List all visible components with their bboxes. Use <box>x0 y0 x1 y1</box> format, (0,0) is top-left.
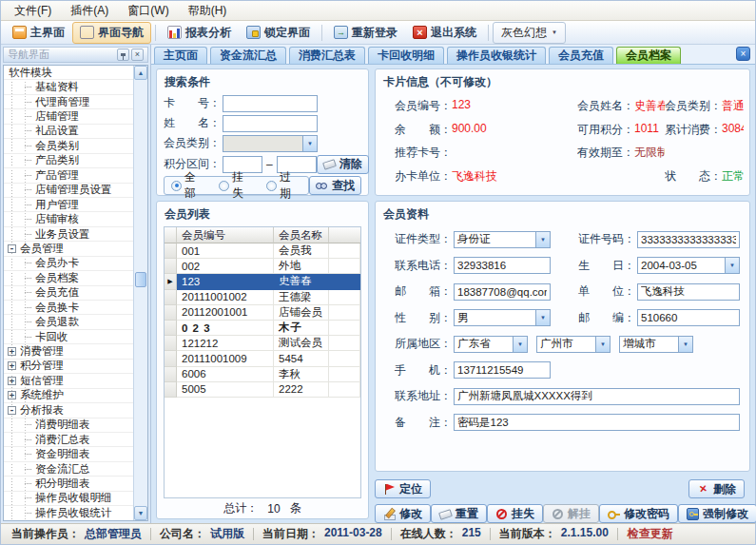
remark-input[interactable] <box>454 414 740 431</box>
sidebar-item-系统维护[interactable]: +系统维护 <box>4 389 133 403</box>
birthday-select[interactable]: 2004-03-05▼ <box>637 257 740 274</box>
region-0-select[interactable]: 广东省▼ <box>454 336 528 353</box>
tab-close-icon[interactable]: × <box>736 47 750 61</box>
sidebar-item-会员类别[interactable]: 会员类别 <box>4 139 133 153</box>
scroll-thumb[interactable] <box>135 272 146 287</box>
radio-过期[interactable]: 过期 <box>266 169 301 202</box>
expand-plus-icon[interactable]: + <box>8 391 16 399</box>
sidebar-item-消费汇总表[interactable]: 消费汇总表 <box>4 433 133 447</box>
table-row[interactable]: 201110010095454 <box>165 351 360 366</box>
scroll-down-icon[interactable]: ▼ <box>134 506 147 520</box>
modify-button[interactable]: 修改 <box>375 504 431 523</box>
toolbar-button-锁定界面[interactable]: 锁定界面 <box>239 22 318 44</box>
menu-item-1[interactable]: 插件(A) <box>61 0 118 22</box>
company-input[interactable] <box>637 283 740 301</box>
sidebar-item-资金明细表[interactable]: 资金明细表 <box>4 447 133 461</box>
table-row[interactable]: 20111001002王德梁 <box>165 290 360 305</box>
sidebar-item-店铺审核[interactable]: 店铺审核 <box>4 212 133 226</box>
sidebar-item-店铺管理员设置[interactable]: 店铺管理员设置 <box>4 184 133 198</box>
close-icon[interactable]: × <box>131 49 144 61</box>
table-row[interactable]: 6006李秋 <box>165 367 360 382</box>
region-2-select[interactable]: 增城市▼ <box>619 336 693 353</box>
table-row[interactable]: 0 2 3木子 <box>165 321 360 336</box>
toolbar-button-退出系统[interactable]: 退出系统 <box>405 22 484 44</box>
menu-item-2[interactable]: 窗口(W) <box>118 0 178 22</box>
table-row[interactable]: 121212测试会员 <box>165 336 360 351</box>
tab-操作员收银统计[interactable]: 操作员收银统计 <box>447 47 546 64</box>
tree-scrollbar[interactable]: ▲ ▼ <box>133 66 147 520</box>
change-password-button[interactable]: 修改密码 <box>599 504 678 523</box>
expand-plus-icon[interactable]: + <box>8 361 16 370</box>
name-input[interactable] <box>223 115 318 132</box>
tab-主页面[interactable]: 主页面 <box>154 47 207 64</box>
sidebar-item-会员退款[interactable]: 会员退款 <box>4 315 133 329</box>
tab-资金流汇总[interactable]: 资金流汇总 <box>210 47 286 64</box>
expand-plus-icon[interactable]: + <box>8 347 16 356</box>
column-header-member-name[interactable]: 会员名称 <box>274 227 329 243</box>
sidebar-item-用户管理[interactable]: 用户管理 <box>4 198 133 212</box>
scroll-track[interactable] <box>134 80 147 506</box>
member-type-select[interactable]: ▼ <box>223 135 318 152</box>
sidebar-item-会员档案[interactable]: 会员档案 <box>4 271 133 285</box>
expand-plus-icon[interactable]: + <box>8 377 16 385</box>
force-modify-button[interactable]: 强制修改 <box>678 504 756 523</box>
address-input[interactable] <box>454 388 740 405</box>
menu-item-0[interactable]: 文件(F) <box>5 0 61 22</box>
toolbar-button-报表分析[interactable]: 报表分析 <box>160 22 239 44</box>
theme-selector-button[interactable]: 灰色幻想▼ <box>493 22 566 44</box>
sidebar-item-会员换卡[interactable]: 会员换卡 <box>4 301 133 315</box>
clear-button[interactable]: 清除 <box>317 155 369 174</box>
toolbar-button-主界面[interactable]: 主界面 <box>5 22 72 44</box>
tab-消费汇总表[interactable]: 消费汇总表 <box>289 47 365 64</box>
sidebar-item-操作员收银明细[interactable]: 操作员收银明细 <box>4 492 133 506</box>
sidebar-item-会员管理[interactable]: -会员管理 <box>4 242 133 256</box>
tab-会员充值[interactable]: 会员充值 <box>549 47 613 64</box>
scroll-up-icon[interactable]: ▲ <box>134 66 147 80</box>
toolbar-button-界面导航[interactable]: 界面导航 <box>72 22 151 44</box>
sidebar-item-卡回收[interactable]: 卡回收 <box>4 330 133 344</box>
id-type-select[interactable]: 身份证▼ <box>454 231 551 248</box>
gender-select[interactable]: 男▼ <box>454 309 551 326</box>
find-button[interactable]: 查找 <box>309 176 361 195</box>
sidebar-item-产品类别[interactable]: 产品类别 <box>4 154 133 168</box>
sidebar-item-产品管理[interactable]: 产品管理 <box>4 168 133 183</box>
sidebar-item-代理商管理[interactable]: 代理商管理 <box>4 95 133 109</box>
locate-button[interactable]: 定位 <box>375 479 431 498</box>
table-row[interactable]: ▶123史善春 <box>165 274 360 289</box>
sidebar-item-基础资料[interactable]: 基础资料 <box>4 80 133 94</box>
table-row[interactable]: 50052222 <box>165 382 360 398</box>
report-loss-button[interactable]: 挂失 <box>487 504 543 523</box>
mobile-input[interactable] <box>454 361 551 379</box>
region-1-select[interactable]: 广州市▼ <box>536 336 611 353</box>
tree-root-node[interactable]: 软件模块 <box>4 66 133 80</box>
reset-button[interactable]: 重置 <box>431 504 487 523</box>
sidebar-item-业务员设置[interactable]: 业务员设置 <box>4 227 133 242</box>
column-header-member-id[interactable]: 会员编号 <box>177 227 274 243</box>
card-no-input[interactable] <box>223 95 318 112</box>
phone-input[interactable] <box>454 257 551 274</box>
sidebar-item-积分明细表[interactable]: 积分明细表 <box>4 477 133 491</box>
sidebar-item-短信管理[interactable]: +短信管理 <box>4 374 133 388</box>
release-loss-button[interactable]: 解挂 <box>543 504 599 523</box>
radio-挂失[interactable]: 挂失 <box>219 169 254 202</box>
radio-全部[interactable]: 全部 <box>171 169 206 202</box>
tab-会员档案[interactable]: 会员档案 <box>616 47 681 64</box>
sidebar-item-消费管理[interactable]: +消费管理 <box>4 344 133 359</box>
sidebar-item-会员办卡[interactable]: 会员办卡 <box>4 257 133 271</box>
sidebar-item-积分管理[interactable]: +积分管理 <box>4 360 133 374</box>
collapse-minus-icon[interactable]: - <box>8 406 16 415</box>
sidebar-item-礼品设置[interactable]: 礼品设置 <box>4 125 133 139</box>
pin-icon[interactable] <box>117 49 129 61</box>
table-row[interactable]: 002外地 <box>165 259 360 274</box>
menu-item-3[interactable]: 帮助(H) <box>179 0 237 22</box>
toolbar-button-重新登录[interactable]: 重新登录 <box>326 22 405 44</box>
delete-button[interactable]: 删除 <box>688 479 745 498</box>
table-row[interactable]: 001会员我 <box>165 243 360 259</box>
sidebar-item-操作员收银统计[interactable]: 操作员收银统计 <box>4 506 133 520</box>
sidebar-item-分析报表[interactable]: -分析报表 <box>4 403 133 418</box>
tab-卡回收明细[interactable]: 卡回收明细 <box>368 47 444 64</box>
check-update-link[interactable]: 检查更新 <box>618 526 683 542</box>
zip-input[interactable] <box>637 309 740 326</box>
sidebar-item-店铺管理[interactable]: 店铺管理 <box>4 109 133 124</box>
id-number-input[interactable] <box>637 231 740 248</box>
